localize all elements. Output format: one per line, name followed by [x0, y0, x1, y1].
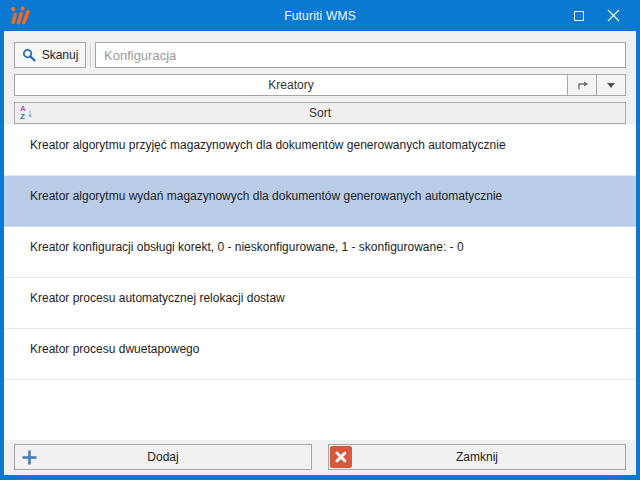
app-window: Futuriti WMS	[0, 0, 640, 480]
scan-button[interactable]: Skanuj	[14, 42, 86, 68]
wizard-list: Kreator algorytmu przyjęć magazynowych d…	[4, 125, 636, 440]
window-controls	[562, 0, 640, 31]
list-item[interactable]: Kreator procesu dwuetapowego	[4, 329, 636, 380]
plus-icon	[21, 449, 38, 466]
titlebar: Futuriti WMS	[0, 0, 640, 31]
category-bar: Kreatory	[14, 74, 626, 96]
maximize-button[interactable]	[562, 0, 596, 31]
category-dropdown-button[interactable]	[596, 74, 626, 96]
close-window-button[interactable]	[596, 0, 630, 31]
list-item-label: Kreator konfiguracji obsługi korekt, 0 -…	[30, 240, 464, 254]
maximize-icon	[574, 11, 584, 21]
filter-input[interactable]	[95, 42, 626, 68]
list-item[interactable]: Kreator konfiguracji obsługi korekt, 0 -…	[4, 227, 636, 278]
chevron-down-icon	[607, 83, 615, 88]
add-button[interactable]: Dodaj	[14, 444, 312, 470]
list-item-label: Kreator procesu automatycznej relokacji …	[30, 291, 285, 305]
window-title: Futuriti WMS	[0, 0, 640, 31]
list-item[interactable]: Kreator procesu automatycznej relokacji …	[4, 278, 636, 329]
list-item[interactable]: Kreator algorytmu wydań magazynowych dla…	[4, 176, 636, 227]
jump-to-button[interactable]	[567, 74, 597, 96]
toolbar: Skanuj	[4, 31, 636, 68]
search-icon	[22, 48, 36, 62]
footer: Dodaj Zamknij	[4, 440, 636, 475]
list-item-label: Kreator algorytmu przyjęć magazynowych d…	[30, 138, 506, 152]
list-item-label: Kreator algorytmu wydań magazynowych dla…	[30, 189, 502, 203]
jump-arrow-icon	[576, 79, 589, 91]
futuriti-logo-icon	[8, 5, 34, 27]
close-button[interactable]: Zamknij	[328, 444, 626, 470]
window-content: Skanuj Kreatory A	[4, 31, 636, 475]
close-button-label: Zamknij	[456, 450, 498, 464]
close-icon	[607, 9, 620, 22]
add-button-label: Dodaj	[147, 450, 178, 464]
list-item-label: Kreator procesu dwuetapowego	[30, 342, 199, 356]
category-combo-value: Kreatory	[268, 78, 313, 92]
toolbar-separator	[90, 43, 92, 67]
scan-button-label: Skanuj	[42, 48, 79, 62]
close-box-icon	[330, 446, 352, 468]
category-combo[interactable]: Kreatory	[14, 74, 568, 96]
list-item[interactable]: Kreator algorytmu przyjęć magazynowych d…	[4, 125, 636, 176]
sort-header-label: Sort	[15, 106, 625, 120]
sort-column-header[interactable]: A Z ↓ Sort	[14, 102, 626, 124]
